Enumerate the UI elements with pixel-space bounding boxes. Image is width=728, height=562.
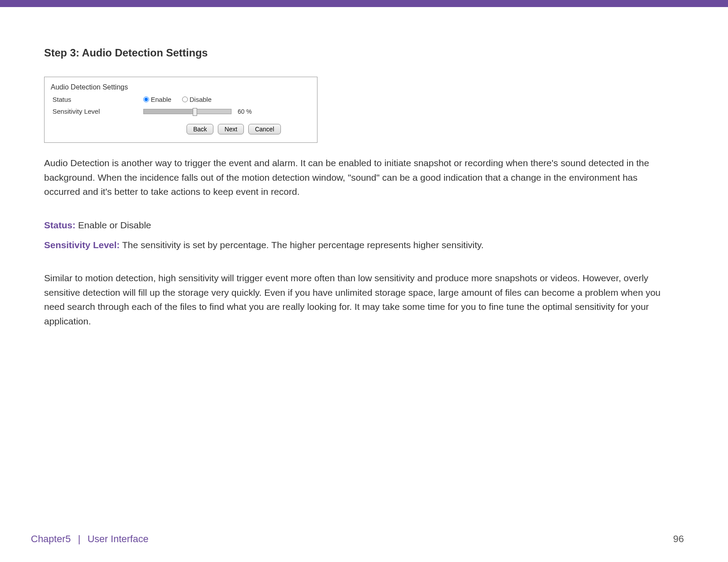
enable-radio-option[interactable]: Enable (143, 96, 172, 103)
sensitivity-slider[interactable] (143, 109, 231, 114)
next-button[interactable]: Next (218, 124, 244, 134)
status-term: Status: (44, 220, 75, 230)
panel-button-row: Back Next Cancel (51, 124, 311, 134)
enable-radio-label: Enable (151, 96, 172, 103)
definitions-block: Status: Enable or Disable Sensitivity Le… (44, 217, 684, 254)
audio-detection-settings-panel: Audio Detection Settings Status Enable D… (44, 77, 317, 143)
footer-divider: | (78, 533, 81, 544)
paragraph-1: Audio Detection is another way to trigge… (44, 156, 661, 199)
status-definition: Status: Enable or Disable (44, 217, 684, 234)
step-heading: Step 3: Audio Detection Settings (44, 47, 684, 59)
sensitivity-slider-fill (144, 109, 196, 114)
sensitivity-term: Sensitivity Level: (44, 240, 120, 250)
sensitivity-readout: 60 % (238, 108, 252, 115)
paragraph-2: Similar to motion detection, high sensit… (44, 271, 661, 328)
panel-heading: Audio Detection Settings (51, 83, 311, 91)
back-button[interactable]: Back (187, 124, 213, 134)
page-number: 96 (673, 533, 684, 545)
footer-breadcrumb: Chapter5 | User Interface (31, 533, 149, 545)
footer-section: User Interface (87, 533, 148, 544)
sensitivity-label: Sensitivity Level (51, 108, 143, 115)
sensitivity-desc: The sensitivity is set by percentage. Th… (120, 240, 484, 250)
enable-radio-input[interactable] (143, 97, 149, 102)
disable-radio-option[interactable]: Disable (182, 96, 212, 103)
sensitivity-slider-wrap: 60 % (143, 108, 252, 115)
status-desc: Enable or Disable (75, 220, 151, 230)
sensitivity-unit: % (246, 108, 251, 115)
disable-radio-label: Disable (190, 96, 212, 103)
sensitivity-slider-thumb[interactable] (193, 108, 197, 116)
top-accent-bar (0, 0, 728, 7)
sensitivity-value: 60 (238, 108, 245, 115)
footer-chapter: Chapter5 (31, 533, 71, 544)
status-row: Status Enable Disable (51, 96, 311, 103)
sensitivity-row: Sensitivity Level 60 % (51, 108, 311, 115)
sensitivity-definition: Sensitivity Level: The sensitivity is se… (44, 237, 684, 253)
status-label: Status (51, 96, 143, 103)
status-radio-group: Enable Disable (143, 96, 212, 103)
document-page: Step 3: Audio Detection Settings Audio D… (0, 7, 728, 558)
cancel-button[interactable]: Cancel (248, 124, 281, 134)
page-footer: Chapter5 | User Interface 96 (31, 533, 684, 545)
disable-radio-input[interactable] (182, 97, 188, 102)
